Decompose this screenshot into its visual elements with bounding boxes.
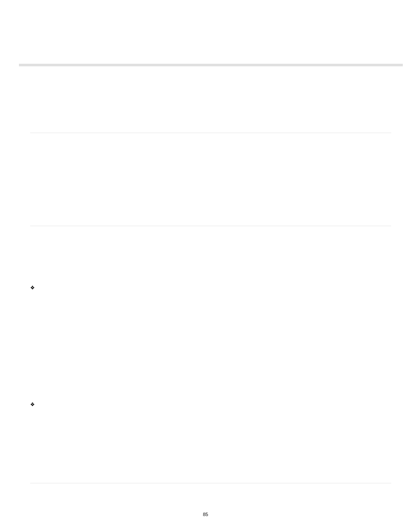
horizontal-rule	[30, 483, 391, 483]
diamond-bullet-icon: ❖	[30, 285, 35, 290]
page-number: 85	[0, 512, 411, 517]
horizontal-rule	[30, 133, 391, 133]
horizontal-rule	[30, 226, 391, 226]
header-rule	[19, 64, 403, 66]
diamond-bullet-icon: ❖	[30, 402, 35, 407]
